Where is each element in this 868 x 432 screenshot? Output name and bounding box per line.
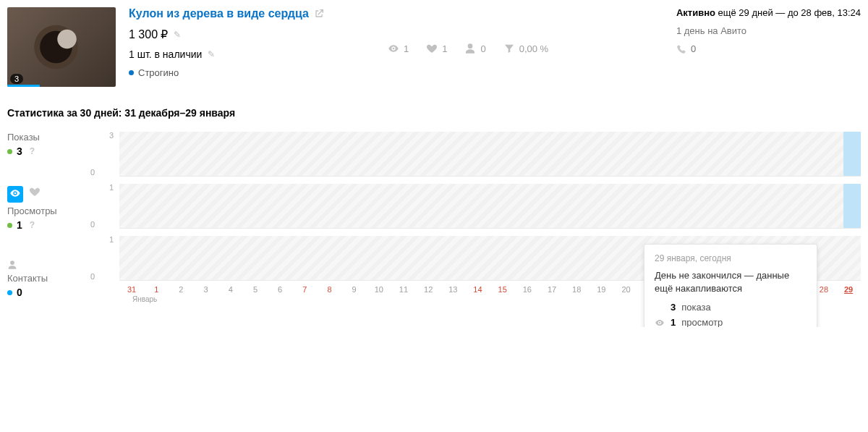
x-tick: 1 <box>144 285 169 294</box>
stat-favorites-value: 1 <box>442 43 447 54</box>
x-tick: 16 <box>515 285 540 294</box>
phone-icon <box>676 44 686 54</box>
x-tick: 31 <box>119 285 144 294</box>
x-tick: 3 <box>194 285 218 294</box>
stat-contacts: 0 <box>464 43 485 54</box>
help-icon[interactable]: ? <box>30 146 35 156</box>
external-link-icon[interactable] <box>313 8 325 20</box>
status-active-label: Активно <box>676 7 715 18</box>
x-tick: 4 <box>218 285 243 294</box>
thumb-progress <box>7 85 40 87</box>
listing-details: Кулон из дерева в виде сердца 1 300 ₽ ✎ … <box>129 7 375 87</box>
status-active-rest: ещё 29 дней — до 28 фев, 13:24 <box>715 7 861 18</box>
listing-thumbnail[interactable]: 3 <box>7 7 116 87</box>
x-tick: 6 <box>268 285 292 294</box>
tooltip-views: 1просмотр <box>655 317 807 327</box>
view-mode-heart[interactable] <box>29 186 41 203</box>
listing-header: 3 Кулон из дерева в виде сердца 1 300 ₽ … <box>0 0 868 87</box>
x-tick: 7 <box>292 285 317 294</box>
tooltip-date: 29 января, сегодня <box>655 253 807 263</box>
listing-title-link[interactable]: Кулон из дерева в виде сердца <box>129 7 309 20</box>
stat-views-value: 1 <box>404 43 409 54</box>
legend-contacts-label: Контакты <box>7 273 90 284</box>
edit-price-icon[interactable]: ✎ <box>174 30 181 40</box>
x-tick: 15 <box>490 285 515 294</box>
legend-shows-label: Показы <box>7 132 90 143</box>
x-tick: 14 <box>465 285 490 294</box>
x-tick: 9 <box>342 285 367 294</box>
dot-icon <box>7 223 12 228</box>
legend-views: Просмотры 1? <box>7 186 90 231</box>
view-mode-eye[interactable] <box>7 186 23 203</box>
stats-title: Статистика за 30 дней: 31 декабря–29 янв… <box>0 87 868 132</box>
stat-contacts-value: 0 <box>480 43 485 54</box>
tooltip-shows: 3показа <box>655 302 807 313</box>
legend-contacts: Контакты 0 <box>7 260 90 298</box>
x-tick: 5 <box>243 285 268 294</box>
user-icon <box>7 260 17 270</box>
y-tick: 1 <box>90 184 114 206</box>
chart-area: Показы 3? Просмотры 1? Контакты 0 30 10 <box>0 132 868 327</box>
x-tick: 10 <box>367 285 391 294</box>
legend-column: Показы 3? Просмотры 1? Контакты 0 <box>7 132 90 327</box>
x-tick: 2 <box>169 285 193 294</box>
x-tick: 29 <box>836 285 861 294</box>
location-dot-icon <box>129 70 134 75</box>
heart-icon <box>426 43 438 54</box>
stat-favorites: 1 <box>426 43 447 54</box>
dot-icon <box>7 290 12 295</box>
user-icon <box>464 43 476 54</box>
stat-views: 1 <box>388 43 409 54</box>
x-tick: 18 <box>564 285 589 294</box>
legend-contacts-value: 0 <box>17 287 22 298</box>
x-tick: 19 <box>589 285 613 294</box>
y-tick: 1 <box>90 236 114 258</box>
x-tick: 20 <box>613 285 638 294</box>
funnel-icon <box>503 43 515 54</box>
eye-icon <box>655 318 665 327</box>
y-tick: 0 <box>90 206 114 229</box>
photo-count-badge: 3 <box>10 74 23 84</box>
stat-conversion: 0,00 % <box>503 43 548 54</box>
legend-views-value: 1 <box>17 219 22 231</box>
status-column: Активно ещё 29 дней — до 28 фев, 13:24 1… <box>676 7 861 87</box>
legend-shows-value: 3 <box>17 145 22 157</box>
phone-count: 0 <box>691 43 696 54</box>
chart-tooltip: 29 января, сегодня День не закончился — … <box>644 244 817 327</box>
edit-stock-icon[interactable]: ✎ <box>208 49 215 59</box>
listing-price: 1 300 ₽ <box>129 27 168 41</box>
days-on-site: 1 день на Авито <box>676 25 861 36</box>
top-stats: 1 1 0 0,00 % <box>388 10 548 87</box>
listing-location: Строгино <box>138 67 179 78</box>
x-tick: 8 <box>317 285 341 294</box>
x-tick: 13 <box>441 285 465 294</box>
tooltip-note: День не закончился — данные ещё накаплив… <box>655 269 807 295</box>
help-icon[interactable]: ? <box>30 220 35 230</box>
chart-panel-views[interactable] <box>119 184 861 229</box>
phone-stat: 0 <box>676 43 861 54</box>
listing-stock: 1 шт. в наличии <box>129 48 202 60</box>
stat-conversion-value: 0,00 % <box>519 43 548 54</box>
eye-icon <box>388 43 399 54</box>
x-tick: 12 <box>416 285 441 294</box>
dot-icon <box>7 149 12 154</box>
plots-column: 30 10 10 3112345678910111213141516171819… <box>90 132 861 327</box>
y-tick: 0 <box>90 258 114 281</box>
status-active: Активно ещё 29 дней — до 28 фев, 13:24 <box>676 7 861 18</box>
x-tick: 17 <box>540 285 564 294</box>
y-tick: 3 <box>90 132 114 154</box>
chart-panel-shows[interactable] <box>119 132 861 177</box>
legend-shows: Показы 3? <box>7 132 90 157</box>
x-tick: 11 <box>391 285 416 294</box>
y-tick: 0 <box>90 154 114 177</box>
legend-views-label: Просмотры <box>7 206 90 216</box>
